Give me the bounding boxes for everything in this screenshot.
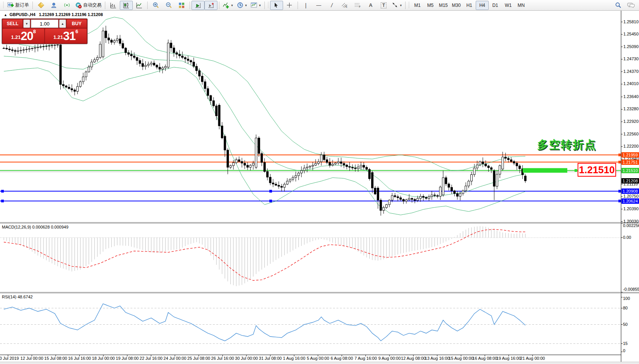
price-tick-label: 1.20030 xyxy=(623,219,639,224)
metaeditor-icon xyxy=(38,2,44,8)
auto-trading-button[interactable]: 自动交易 xyxy=(73,1,103,10)
line-selection-marker[interactable] xyxy=(269,200,272,202)
chat-button[interactable] xyxy=(625,1,637,10)
line-selection-marker[interactable] xyxy=(269,190,272,193)
price-tick-label: 1.25090 xyxy=(623,44,639,49)
fibonacci-tool-button[interactable]: F xyxy=(351,1,364,10)
macd-indicator-label: MACD(12,26,9) 0.000628 0.000949 xyxy=(2,225,68,229)
time-axis-label: 13 Aug 16:00 xyxy=(425,356,450,361)
text-tool-button[interactable]: A xyxy=(364,1,377,10)
equidistant-channel-icon: E xyxy=(341,2,348,8)
bollinger-middle xyxy=(4,52,525,197)
zoom-in-button[interactable] xyxy=(149,1,162,10)
channel-tool-button[interactable]: E xyxy=(338,1,351,10)
templates-icon xyxy=(251,2,257,8)
timeframe-H4[interactable]: H4 xyxy=(476,1,489,10)
chart-shift-button[interactable] xyxy=(204,1,217,10)
price-tick-label: 1.24730 xyxy=(623,56,639,61)
rsi-line xyxy=(4,304,525,341)
new-order-button[interactable]: 新订单 xyxy=(5,1,31,10)
macd-tick-label: 0.00 xyxy=(623,235,631,240)
rsi-tick-label: 0 xyxy=(623,348,625,353)
arrows-icon xyxy=(392,2,398,8)
search-button[interactable] xyxy=(612,1,625,10)
toolbar-separator xyxy=(147,2,148,9)
toolbar-separator xyxy=(190,2,190,9)
metaeditor-button[interactable] xyxy=(34,1,47,10)
price-tick-label: 1.22920 xyxy=(623,119,639,124)
toolbar-grip[interactable] xyxy=(267,2,269,9)
line-selection-marker[interactable] xyxy=(618,200,621,202)
vertical-line-tool-button[interactable]: | xyxy=(299,1,312,10)
toolbar-grip[interactable] xyxy=(2,2,5,9)
chart-annotation-text[interactable]: 多空转折点 xyxy=(537,137,596,153)
candlestick-chart-button[interactable] xyxy=(120,1,133,10)
sell-button[interactable]: SELL xyxy=(3,19,23,28)
chart-canvas[interactable] xyxy=(0,0,639,364)
timeframe-M1[interactable]: M1 xyxy=(411,1,424,10)
bar-chart-button[interactable] xyxy=(107,1,120,10)
horizontal-line-tool-button[interactable]: — xyxy=(312,1,325,10)
timeframe-W1[interactable]: W1 xyxy=(502,1,515,10)
volume-input[interactable]: 1.00 xyxy=(31,19,58,28)
buy-price-display[interactable]: 1.21316 xyxy=(45,29,87,43)
candlestick-chart-icon xyxy=(123,2,129,8)
text-icon: A xyxy=(369,2,372,8)
signals-button[interactable] xyxy=(60,1,73,10)
timeframe-D1[interactable]: D1 xyxy=(489,1,502,10)
sell-price-big: 20 xyxy=(21,30,33,42)
crosshair-icon xyxy=(287,2,292,8)
line-selection-marker[interactable] xyxy=(1,200,4,202)
line-selection-marker[interactable] xyxy=(618,190,621,193)
auto-scroll-button[interactable] xyxy=(192,1,204,10)
line-selection-marker[interactable] xyxy=(1,190,4,193)
timeframe-M15[interactable]: M15 xyxy=(437,1,450,10)
sell-price-pip: 8 xyxy=(33,29,36,34)
trendline-tool-button[interactable]: / xyxy=(325,1,338,10)
time-axis-label: 10 Jul 2019 xyxy=(0,356,19,361)
current-price-badge: 1.21208 xyxy=(621,178,639,184)
zoom-out-button[interactable] xyxy=(162,1,175,10)
timeframe-H1[interactable]: H1 xyxy=(463,1,476,10)
sell-price-small: 1.21 xyxy=(11,32,21,42)
toolbar-separator xyxy=(298,2,298,9)
line-selection-marker[interactable] xyxy=(618,154,621,156)
volume-increase-button[interactable]: ▲ xyxy=(59,19,66,28)
auto-trading-icon xyxy=(75,2,82,8)
price-tick-label: 1.22560 xyxy=(623,132,639,136)
templates-button[interactable]: ▾ xyxy=(249,1,263,10)
chevron-down-icon: ▾ xyxy=(400,3,402,7)
arrows-tool-button[interactable]: ▾ xyxy=(390,1,404,10)
profile-button[interactable] xyxy=(47,1,60,10)
time-axis-label: 30 Jul 00:00 xyxy=(235,356,258,361)
chart-shift-icon xyxy=(208,2,214,8)
buy-button[interactable]: BUY xyxy=(67,19,87,28)
zoom-in-icon xyxy=(153,2,159,8)
tile-windows-icon xyxy=(179,2,185,8)
timeframe-M5[interactable]: M5 xyxy=(424,1,437,10)
volume-decrease-button[interactable]: ▼ xyxy=(23,19,30,28)
toolbar-grip[interactable] xyxy=(408,2,410,9)
toolbar-separator xyxy=(32,2,33,9)
indicators-button[interactable]: ▾ xyxy=(221,1,235,10)
crosshair-tool-button[interactable] xyxy=(283,1,296,10)
line-chart-button[interactable] xyxy=(133,1,146,10)
time-axis-label: 21 Aug 00:00 xyxy=(520,356,545,361)
collapse-arrow-icon[interactable]: ▲ xyxy=(4,13,7,17)
line-chart-icon xyxy=(136,2,142,8)
mt4-window: 新订单 自动交易 xyxy=(0,0,639,364)
tile-windows-button[interactable] xyxy=(175,1,188,10)
rsi-tick-label: 15 xyxy=(623,341,628,346)
rsi-tick-label: 50 xyxy=(623,322,628,327)
sell-price-display[interactable]: 1.21208 xyxy=(3,29,44,43)
cursor-tool-button[interactable] xyxy=(270,1,283,10)
line-selection-marker[interactable] xyxy=(618,161,621,163)
text-label-tool-button[interactable]: T xyxy=(377,1,390,10)
timeframe-MN[interactable]: MN xyxy=(515,1,528,10)
timeframe-M30[interactable]: M30 xyxy=(450,1,463,10)
line-selection-marker[interactable] xyxy=(575,169,577,172)
price-callout-box[interactable]: 1.21510 xyxy=(578,163,616,177)
highlight-zone[interactable] xyxy=(523,168,567,173)
periods-button[interactable]: ▾ xyxy=(235,1,249,10)
macd-pane xyxy=(0,226,621,286)
